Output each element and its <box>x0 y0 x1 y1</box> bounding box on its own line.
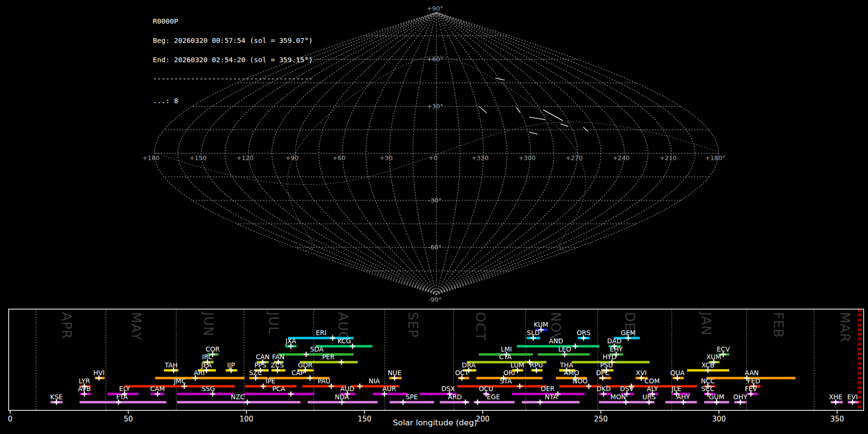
shower-label-TAH: TAH <box>164 361 178 369</box>
shower-label-OHY: OHY <box>733 393 748 401</box>
shower-label-PPS: PPS <box>254 361 266 369</box>
shower-label-QUA: QUA <box>670 369 685 377</box>
shower-bar-STA <box>457 385 546 388</box>
shower-label-JLE: JLE <box>671 385 681 393</box>
shower-label-PER: PER <box>322 353 335 361</box>
shower-label-COM: COM <box>644 377 660 385</box>
shower-label-EHY: EHY <box>610 345 623 353</box>
longitude-label: +300 <box>518 154 536 162</box>
shower-label-LYR: LYR <box>79 377 90 385</box>
shower-label-URS: URS <box>642 393 656 401</box>
shower-label-COR: COR <box>205 345 219 353</box>
month-label: JUN <box>201 311 216 337</box>
shower-label-FAN: FAN <box>272 353 285 361</box>
shower-label-FEV: FEV <box>745 385 757 393</box>
shower-bar-PAU <box>302 385 346 388</box>
shower-label-ARD: ARD <box>448 393 462 401</box>
shower-label-KSE: KSE <box>50 393 63 401</box>
shower-label-LUM: LUM <box>511 361 524 369</box>
shower-label-RPU: RPU <box>530 361 543 369</box>
longitude-label: +30 <box>380 154 393 162</box>
shower-label-ECV: ECV <box>717 345 730 353</box>
shower-bar-NTA <box>522 401 580 404</box>
longitude-label: +210 <box>660 154 677 162</box>
latitude-label: +30° <box>427 103 443 110</box>
shower-label-LMI: LMI <box>501 345 512 353</box>
shower-label-MON: MON <box>610 393 626 401</box>
x-tick-label: 200 <box>476 415 490 423</box>
shower-label-ALY: ALY <box>647 385 658 393</box>
shower-label-KUM: KUM <box>534 321 548 328</box>
shower-label-DSX: DSX <box>441 385 455 393</box>
month-label: JUL <box>266 311 281 334</box>
x-tick-label: 100 <box>240 415 254 423</box>
latitude-label: +60° <box>427 55 443 63</box>
x-tick-label: 150 <box>358 415 372 423</box>
shower-label-THA: THA <box>559 361 573 369</box>
pole-label-north: +90° <box>427 5 443 12</box>
shower-label-NUE: NUE <box>388 369 402 377</box>
shower-label-KCG: KCG <box>338 337 351 345</box>
shower-label-SZC: SZC <box>249 369 262 377</box>
shower-label-DPC: DPC <box>596 369 610 377</box>
shower-label-AUR: AUR <box>382 385 396 393</box>
x-tick-label: 350 <box>830 415 844 423</box>
shower-label-XVI: XVI <box>636 369 647 377</box>
shower-label-STA: STA <box>500 377 512 385</box>
shower-label-FTA: FTA <box>116 393 128 401</box>
shower-label-DSV: DSV <box>620 385 634 393</box>
shower-label-NOO: NOO <box>572 377 587 385</box>
shower-bar-SZC <box>249 377 268 380</box>
shower-label-CAN: CAN <box>256 353 270 361</box>
shower-label-AUD: AUD <box>340 385 354 393</box>
shower-label-OER: OER <box>541 385 555 393</box>
separator-line: -------------------------------------- <box>153 76 313 82</box>
shower-label-PSU: PSU <box>600 361 613 369</box>
shower-label-EVI: EVI <box>847 393 858 401</box>
shower-label-LEO: LEO <box>558 345 571 353</box>
month-label: OCT <box>473 312 488 341</box>
plot-canvas: +90°-90°+60°+30°-30°-60°+180+150+120+90+… <box>0 0 868 434</box>
shower-label-GDR: GDR <box>298 361 312 369</box>
shower-label-ORI: ORI <box>503 369 515 377</box>
shower-label-PAU: PAU <box>318 377 330 385</box>
begin-time: Beg: 20260320 00:57:54 (sol = 359.07°) <box>153 38 313 44</box>
month-label: JAN <box>699 311 714 336</box>
month-label: MAY <box>129 312 144 340</box>
shower-label-ELY: ELY <box>119 385 130 393</box>
x-tick-label: 50 <box>123 415 133 423</box>
shower-label-PCA: PCA <box>272 385 286 393</box>
longitude-label: +240 <box>612 154 630 162</box>
shower-label-NIA: NIA <box>369 377 380 385</box>
longitude-label: +60 <box>332 154 345 162</box>
shower-label-AMO: AMO <box>564 369 579 377</box>
shower-label-IPE: IPE <box>265 377 275 385</box>
longitude-label: +120 <box>236 154 254 162</box>
shower-label-ERI: ERI <box>316 329 326 337</box>
shower-bar-ARI <box>155 377 244 380</box>
month-label: MAR <box>838 312 853 343</box>
x-axis-title: Solar longitude (deg) <box>393 418 477 427</box>
shower-label-XUM: XUM <box>706 353 721 361</box>
background <box>0 0 868 434</box>
shower-label-OCT: OCT <box>455 369 469 377</box>
latitude-label: -60° <box>428 244 442 251</box>
station-code: R0000P <box>153 18 313 25</box>
info-header: R0000P Beg: 20260320 00:57:54 (sol = 359… <box>153 6 313 117</box>
shower-label-IJP: IJP <box>227 361 235 369</box>
shower-label-SSG: SSG <box>202 385 215 393</box>
longitude-label: +270 <box>566 154 583 162</box>
shower-bar-KCG <box>316 345 372 348</box>
shower-label-XCB: XCB <box>701 361 714 369</box>
longitude-label: +180° <box>705 154 725 162</box>
x-tick-label: 300 <box>712 415 726 423</box>
shower-label-GUM: GUM <box>709 393 724 401</box>
shower-label-SPE: SPE <box>406 393 418 401</box>
longitude-label: +330 <box>472 154 489 162</box>
shower-label-SCC: SCC <box>701 385 714 393</box>
shower-label-DKD: DKD <box>597 385 611 393</box>
shower-bar-SSG <box>177 393 234 395</box>
shower-label-CAP: CAP <box>291 369 304 377</box>
shower-bar-NOO <box>559 385 602 388</box>
shower-label-NCC: NCC <box>701 377 715 385</box>
